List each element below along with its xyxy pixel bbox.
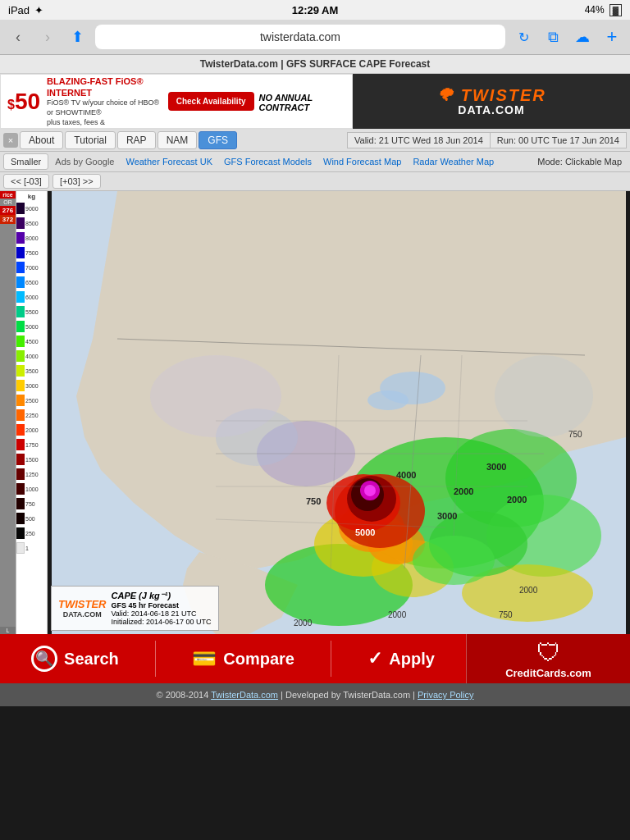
credit-brand-label: CreditCards.com — [505, 667, 591, 679]
cape-valid: Valid: 2014-06-18 21 UTC — [112, 609, 212, 618]
ad-left[interactable]: $50 BLAZING-FAST FiOS® INTERNET FiOS® TV… — [0, 74, 353, 129]
svg-text:2000: 2000 — [507, 495, 527, 504]
bookmarks-button[interactable]: ⧉ — [541, 25, 564, 48]
scale-row: 1000 — [16, 482, 47, 496]
svg-text:2000: 2000 — [519, 586, 538, 595]
scale-row: 3000 — [16, 378, 47, 393]
checkmark-icon: ✓ — [368, 648, 382, 669]
valid-time: Valid: 21 UTC Wed 18 Jun 2014 — [347, 132, 491, 148]
scale-row: 1 — [16, 541, 47, 555]
scale-row: 500 — [16, 511, 47, 526]
tab-rap[interactable]: RAP — [117, 131, 156, 149]
nav-tabs: × About Tutorial RAP NAM GFS Valid: 21 U… — [0, 130, 630, 152]
scale-row: 1250 — [16, 467, 47, 482]
svg-text:750: 750 — [499, 610, 513, 619]
scale-row: 6000 — [16, 290, 47, 304]
run-time: Run: 00 UTC Tue 17 Jun 2014 — [491, 132, 627, 148]
scale-row: 7000 — [16, 260, 47, 275]
apply-label: Apply — [389, 650, 435, 669]
ad-price: $50 — [7, 89, 40, 115]
bottom-ad-actions: 🔍 Search 💳 Compare ✓ Apply — [0, 634, 466, 683]
scale-row: 5500 — [16, 304, 47, 319]
back-button[interactable]: ‹ — [7, 25, 30, 48]
left-val-2: 372 — [0, 215, 16, 224]
scale-title: kg — [16, 193, 47, 200]
close-panel-button[interactable]: × — [3, 133, 18, 148]
url-bar[interactable]: twisterdata.com — [95, 25, 505, 49]
svg-text:2000: 2000 — [388, 610, 407, 619]
left-label-1: rice — [0, 191, 16, 199]
status-left: iPad ✦ — [8, 4, 43, 16]
status-time: 12:29 AM — [292, 4, 339, 16]
add-tab-button[interactable]: + — [600, 25, 623, 48]
left-label-2: OR — [0, 199, 16, 206]
compare-action: 💳 Compare — [192, 647, 294, 670]
smaller-button[interactable]: Smaller — [3, 153, 48, 170]
svg-point-24 — [150, 355, 281, 437]
search-action: 🔍 Search — [31, 646, 119, 672]
ad-cta-button[interactable]: Check Availability — [168, 92, 254, 111]
step-back-button[interactable]: << [-03] — [3, 174, 49, 189]
link-wind-forecast-map[interactable]: Wind Forecast Map — [318, 154, 406, 169]
cape-info: CAPE (J kg⁻¹) GFS 45 hr Forecast Valid: … — [112, 591, 212, 626]
scale-row: 6500 — [16, 275, 47, 290]
status-bar: iPad ✦ 12:29 AM 44% ▓ — [0, 0, 630, 20]
ad-text-3: plus taxes, fees & — [47, 118, 162, 128]
cape-init: Initialized: 2014-06-17 00 UTC — [112, 618, 212, 626]
scale-row: 2250 — [16, 408, 47, 422]
scale-row: 2000 — [16, 422, 47, 437]
reload-button[interactable]: ↻ — [512, 25, 535, 48]
footer-link-privacy[interactable]: Privacy Policy — [418, 690, 473, 700]
svg-text:750: 750 — [306, 496, 321, 506]
vertical-scale: kg 9000 8500 8000 7500 7000 — [16, 191, 48, 634]
page-footer: © 2008-2014 TwisterData.com | Developed … — [0, 683, 630, 706]
svg-point-25 — [495, 355, 593, 437]
second-nav-bar: Smaller Ads by Google Weather Forecast U… — [0, 152, 630, 172]
map-area[interactable]: 750 4000 5000 3000 2000 3000 2000 750 75… — [48, 191, 630, 634]
svg-text:2000: 2000 — [454, 486, 473, 496]
link-gfs-forecast-models[interactable]: GFS Forecast Models — [219, 154, 317, 169]
scale-row: 1750 — [16, 437, 47, 452]
tab-about[interactable]: About — [20, 131, 63, 149]
credit-cards-logo: 🛡 CreditCards.com — [466, 634, 630, 683]
device-label: iPad — [8, 4, 30, 16]
svg-text:4000: 4000 — [396, 470, 416, 480]
cloud-button[interactable]: ☁ — [571, 25, 594, 48]
url-text: twisterdata.com — [260, 30, 340, 43]
link-radar-weather-map[interactable]: Radar Weather Map — [408, 154, 499, 169]
scale-row: 250 — [16, 526, 47, 541]
divider-2 — [331, 641, 331, 677]
page-title: TwisterData.com | GFS SURFACE CAPE Forec… — [0, 55, 630, 74]
forward-button[interactable]: › — [36, 25, 59, 48]
ads-by-google-label: Ads by Google — [50, 154, 119, 169]
step-forward-button[interactable]: [+03] >> — [52, 174, 101, 189]
battery-icon: ▓ — [609, 4, 622, 16]
link-weather-forecast-uk[interactable]: Weather Forecast UK — [121, 154, 217, 169]
svg-text:3000: 3000 — [437, 511, 457, 521]
compare-label: Compare — [223, 650, 294, 669]
share-button[interactable]: ⬆ — [66, 25, 89, 48]
svg-text:3000: 3000 — [486, 462, 506, 472]
svg-point-21 — [413, 536, 495, 585]
status-right: 44% ▓ — [585, 4, 622, 16]
cape-legend-box: TWISTER DATA.COM CAPE (J kg⁻¹) GFS 45 hr… — [51, 586, 219, 631]
twister-domain: DATA.COM — [436, 103, 546, 116]
ad-text-2: FiOS® TV w/your choice of HBO® or SHOWTI… — [47, 98, 162, 117]
weather-map-svg: 750 4000 5000 3000 2000 3000 2000 750 75… — [48, 191, 630, 634]
scale-row: 4000 — [16, 349, 47, 363]
tab-gfs[interactable]: GFS — [199, 131, 237, 149]
scale-row: 2500 — [16, 393, 47, 408]
scale-row: 750 — [16, 496, 47, 511]
mode-label: Mode: Clickable Map — [532, 154, 627, 169]
compare-icon: 💳 — [192, 647, 217, 670]
map-container: rice OR 276 372 L kg 9000 8500 8000 7500 — [0, 191, 630, 634]
footer-link-twisterdata[interactable]: TwisterData.com — [211, 690, 278, 700]
svg-text:750: 750 — [568, 430, 582, 439]
svg-text:2000: 2000 — [294, 619, 313, 628]
tab-tutorial[interactable]: Tutorial — [65, 131, 116, 149]
bottom-ad-banner[interactable]: 🔍 Search 💳 Compare ✓ Apply 🛡 CreditCards… — [0, 634, 630, 683]
footer-separator-1: | Developed by TwisterData.com | — [281, 690, 418, 700]
apply-action: ✓ Apply — [368, 648, 435, 669]
scale-row: 1500 — [16, 452, 47, 467]
tab-nam[interactable]: NAM — [158, 131, 198, 149]
